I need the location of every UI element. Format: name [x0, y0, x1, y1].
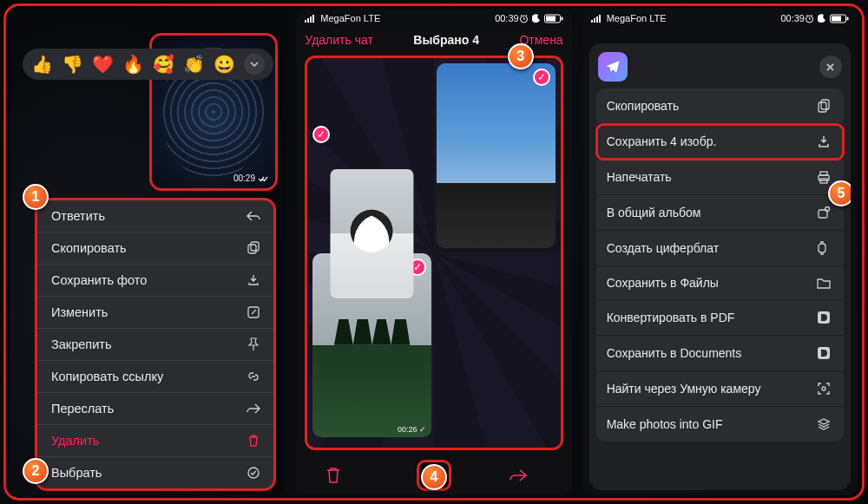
ctx-item-reply[interactable]: Ответить	[37, 200, 273, 232]
step-badge-4: 4	[421, 464, 447, 490]
gallery-item[interactable]: ✓	[437, 63, 556, 248]
signal-icon	[591, 14, 603, 23]
svg-rect-18	[832, 16, 841, 21]
save-icon	[816, 134, 833, 149]
stack-icon	[816, 416, 833, 432]
svg-rect-27	[819, 244, 825, 252]
reaction-bar[interactable]: 👍 👎 ❤️ 🔥 🥰 👏 😀	[23, 49, 273, 80]
share-item-make-gif[interactable]: Make photos into GIF	[596, 407, 844, 442]
svg-point-30	[822, 387, 825, 390]
battery-icon	[830, 14, 849, 23]
selected-gallery: ✓ ✓ ✓ ✓ 00:26 ✓	[305, 56, 562, 450]
delete-chat-button[interactable]: Удалить чат	[305, 33, 373, 47]
share-item-convert-pdf[interactable]: Конвертировать в PDF	[596, 300, 844, 336]
clock-label: 00:39	[780, 13, 805, 23]
svg-rect-6	[310, 16, 312, 23]
reaction-thumbs-up[interactable]: 👍	[31, 54, 53, 75]
battery-icon	[544, 14, 563, 23]
share-item-print[interactable]: Напечатать	[596, 160, 844, 195]
svg-rect-5	[307, 18, 309, 23]
alarm-icon	[519, 14, 529, 23]
folder-icon	[816, 276, 833, 290]
svg-rect-15	[599, 15, 601, 23]
step-badge-5: 5	[828, 180, 851, 206]
phone-screenshot-2: MegaFon LTE 00:39 Удалить чат Выбрано 4 …	[296, 9, 571, 495]
reaction-fire[interactable]: 🔥	[122, 54, 144, 75]
d-app-icon	[816, 310, 833, 325]
pin-icon	[246, 337, 261, 352]
svg-rect-4	[305, 20, 306, 23]
download-icon	[246, 272, 261, 288]
ctx-item-select[interactable]: Выбрать	[37, 457, 273, 488]
telegram-app-icon	[598, 52, 628, 82]
svg-rect-14	[596, 16, 598, 23]
carrier-label: MegaFon LTE	[603, 13, 781, 23]
svg-rect-10	[546, 16, 556, 21]
toolbar-forward-button[interactable]	[509, 468, 543, 483]
reaction-thumbs-down[interactable]: 👎	[62, 54, 83, 75]
phone-screenshot-1: 👍 👎 ❤️ 🔥 🥰 👏 😀 00:29 1 2	[10, 9, 286, 495]
status-bar: MegaFon LTE 00:39	[582, 9, 858, 28]
share-item-smart-camera[interactable]: Найти через Умную камеру	[596, 371, 844, 407]
reply-icon	[246, 208, 261, 224]
ctx-item-forward[interactable]: Переслать	[37, 393, 273, 425]
copy-icon	[816, 98, 833, 114]
svg-rect-0	[248, 245, 256, 253]
share-sheet: 5 Скопировать Сохранить 4 изобр. Напечат…	[589, 43, 851, 490]
svg-point-3	[248, 468, 259, 478]
link-icon	[246, 369, 261, 384]
ctx-item-pin[interactable]: Закрепить	[37, 329, 273, 361]
reaction-heart[interactable]: ❤️	[92, 54, 114, 75]
svg-rect-20	[819, 102, 826, 112]
album-icon	[816, 205, 833, 220]
step-badge-3: 3	[508, 43, 534, 69]
selection-title: Выбрано 4	[413, 33, 479, 47]
svg-rect-11	[561, 16, 562, 20]
status-bar: MegaFon LTE 00:39	[296, 9, 571, 28]
copy-icon	[246, 240, 261, 256]
scan-icon	[816, 381, 833, 396]
ctx-item-save-photo[interactable]: Сохранить фото	[37, 265, 273, 297]
svg-rect-23	[820, 172, 827, 175]
step-badge-1: 1	[23, 184, 49, 210]
photo-timestamp: 00:26 ✓	[398, 425, 426, 434]
share-item-shared-album[interactable]: В общий альбом	[596, 195, 844, 231]
svg-rect-7	[312, 15, 314, 23]
reaction-more-icon[interactable]	[244, 54, 265, 75]
trash-icon	[246, 433, 261, 448]
gallery-item[interactable]	[331, 169, 414, 298]
d-app-icon	[816, 345, 833, 361]
share-item-save-documents[interactable]: Сохранить в Documents	[596, 336, 844, 371]
photo-timestamp: 00:29	[233, 173, 268, 183]
reaction-smiling[interactable]: 🥰	[153, 54, 174, 75]
ctx-item-delete[interactable]: Удалить	[37, 425, 273, 457]
svg-rect-1	[251, 242, 259, 251]
edit-icon	[246, 304, 261, 320]
alarm-icon	[805, 14, 814, 23]
signal-icon	[305, 14, 317, 23]
close-button[interactable]	[819, 56, 842, 78]
forward-icon	[246, 401, 261, 416]
share-item-save-images[interactable]: Сохранить 4 изобр.	[596, 124, 844, 160]
svg-rect-13	[594, 18, 595, 23]
ctx-item-edit[interactable]: Изменить	[37, 297, 273, 329]
phone-screenshot-3: MegaFon LTE 00:39 5 Скопировать	[582, 9, 858, 495]
toolbar-delete-button[interactable]	[325, 466, 359, 485]
svg-rect-21	[821, 100, 829, 109]
share-item-watchface[interactable]: Создать циферблат	[596, 231, 844, 266]
reaction-grin[interactable]: 😀	[214, 54, 235, 75]
share-actions-list: Скопировать Сохранить 4 изобр. Напечатат…	[589, 87, 851, 448]
ctx-item-copy[interactable]: Скопировать	[37, 232, 273, 265]
step-badge-2: 2	[23, 458, 49, 484]
share-item-save-files[interactable]: Сохранить в Файлы	[596, 266, 844, 300]
share-item-copy[interactable]: Скопировать	[596, 88, 844, 124]
selection-check-icon[interactable]: ✓	[533, 69, 550, 86]
moon-icon	[532, 14, 541, 23]
svg-rect-19	[846, 16, 848, 20]
select-icon	[246, 465, 261, 481]
ctx-item-copy-link[interactable]: Копировать ссылку	[37, 361, 273, 393]
reaction-clap[interactable]: 👏	[183, 54, 205, 75]
print-icon	[816, 169, 833, 185]
watch-icon	[816, 240, 833, 256]
gallery-item[interactable]	[437, 253, 556, 438]
